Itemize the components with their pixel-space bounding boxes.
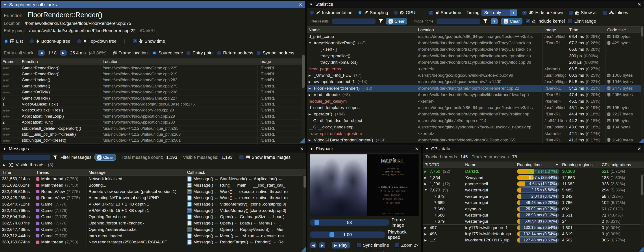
scrollbar-thumb[interactable] — [641, 175, 643, 195]
prev-stack-button[interactable]: ◀ — [38, 50, 45, 56]
col-cpu-migrations[interactable]: CPU migrations — [600, 162, 644, 168]
clear-image-filter-button[interactable]: xClear — [501, 18, 522, 24]
scrollbar-track[interactable] — [303, 175, 306, 252]
message-row[interactable]: 389,169,674ns Main thread(7,750) New ren… — [0, 239, 306, 246]
statistics-row[interactable]: ▼tracy::NormalizePath()(+2) /home/wolf/d… — [307, 40, 644, 46]
include-kernel-toggle[interactable]: ✓ Include kernel — [526, 19, 565, 24]
thread-cell[interactable]: Main thread(7,750) — [34, 176, 87, 182]
cpu-row[interactable]: 7,688 wezterm-gui 28.93 ms (0.12%) 1,531… — [423, 212, 644, 218]
name-cell[interactable]: tracy::rpmalloc() — [307, 53, 416, 59]
thread-cell[interactable]: Game(7,776) — [34, 201, 87, 208]
frame-loc-source[interactable]: Source code — [152, 50, 183, 56]
cpu-data-titlebar[interactable]: ▼ CPU data ✕ — [423, 145, 644, 152]
mode-sampling[interactable]: Sampling — [358, 10, 388, 15]
col-time[interactable]: Time — [0, 170, 34, 176]
scrollbar-thumb[interactable] — [641, 27, 643, 36]
call-stack-row[interactable]: inline Game::Update() /home/wolf/darkrl/… — [1, 77, 305, 83]
name-cell[interactable]: _raw_spin_unlock_irqrestore — [307, 130, 416, 137]
name-cell[interactable]: ▶uw_update_context_1(+14) — [307, 79, 416, 85]
function-cell[interactable]: Game::OnTick() — [20, 96, 101, 101]
resize-grip[interactable] — [639, 247, 644, 252]
statistics-row[interactable]: tracy::InitRpmalloc() /home/wolf/darkrl/… — [307, 59, 644, 66]
name-cell[interactable]: [ - self - ] — [307, 46, 416, 53]
thread-cell[interactable]: RemoteView(7,775) — [34, 195, 87, 201]
playback-titlebar[interactable]: ▼ Playback ✕ — [307, 145, 421, 152]
col-thread[interactable]: Thread — [34, 170, 87, 176]
pid-cell[interactable]: ▶496 — [423, 231, 464, 237]
name-cell[interactable]: d_count_templates_scopes — [307, 104, 416, 111]
call-stack-cell[interactable]: Message()←Open()←ReplayVersion()←Mer — [185, 226, 306, 233]
call-stack-icon[interactable] — [187, 176, 192, 182]
call-stack-icon[interactable] — [187, 240, 192, 245]
statistics-row[interactable]: ▶read_attribute(+8) /home/wolf/darkrl/co… — [307, 92, 644, 98]
sync-timeline-toggle[interactable]: Sync timeline — [356, 243, 389, 248]
col-location[interactable]: Location — [416, 27, 543, 33]
collapse-icon[interactable]: ▼ — [425, 147, 428, 151]
statistics-row[interactable]: tracy::rpmalloc() /home/wolf/darkrl/cont… — [307, 53, 644, 59]
pid-cell[interactable]: ▼7,673(5) — [423, 187, 464, 193]
limit-range-toggle[interactable]: Limit range — [568, 19, 596, 24]
call-stack-icon[interactable] — [187, 195, 192, 201]
show-all-toggle[interactable]: Show all — [568, 10, 598, 15]
function-cell[interactable]: Video::GetTicksHiRes() — [20, 108, 101, 113]
name-cell[interactable]: ▼tracy::NormalizePath()(+2) — [307, 40, 416, 46]
pid-cell[interactable]: 7,689 — [423, 200, 464, 206]
call-stack-row[interactable]: inline std::default_delete<>::operator()… — [1, 125, 305, 131]
thread-cell[interactable]: Game(7,776) — [34, 226, 87, 233]
statistics-row[interactable]: _raw_spin_unlock_irqrestore <kernel> <ke… — [307, 130, 644, 137]
frame-image-slider[interactable]: 53 — [310, 219, 389, 226]
call-stack-row[interactable]: inline Game::RenderFloor() /home/wolf/da… — [1, 71, 305, 77]
name-cell[interactable]: tracy::InitRpmalloc() — [307, 59, 416, 66]
messages-titlebar[interactable]: ▼ Messages ✕ — [0, 145, 306, 152]
call-stack-cell[interactable]: Message()←VideoMemory() [clone .constpro… — [185, 207, 306, 214]
name-cell[interactable]: ▶operator()(+44) — [307, 111, 416, 118]
col-name[interactable]: Name — [307, 27, 416, 33]
cpu-row[interactable]: 7,689 wezterm-gui 49.46 ms (0.20%) 1,786… — [423, 200, 644, 206]
call-stack-cell[interactable]: Message()←VideoMemory() [clone .constpro… — [185, 201, 306, 208]
function-cell[interactable]: Game::RenderFloor() — [20, 71, 101, 77]
function-cell[interactable]: Game::OnTick() — [20, 90, 101, 95]
statistics-row[interactable]: module_get_kallsym <kernel> <kernel> 45.… — [307, 98, 644, 104]
cpu-row[interactable]: ▶497 irq/176-iwlwifi:queue_1 132.15 ms (… — [423, 225, 644, 231]
function-cell[interactable]: Application::InnerLoop() — [20, 114, 101, 119]
name-cell[interactable]: clear_page_erms — [307, 66, 416, 72]
cpu-row[interactable]: ▼7,673(5) wezterm-gui 2.15 s (8.86%) 5,4… — [423, 187, 644, 193]
call-stack-cell[interactable]: Message()←Work()←execute_native_thread_r… — [185, 195, 306, 201]
call-stack-cell[interactable]: Message()←Open()←GetImageSize←Load( — [185, 214, 306, 220]
close-icon[interactable]: ✕ — [300, 146, 304, 151]
call-stack-row[interactable]: inline std::__uniq_ptr_impl<>::reset() /… — [1, 131, 305, 137]
funnel-icon[interactable] — [379, 20, 383, 23]
radio-top-down[interactable] — [77, 39, 82, 44]
name-cell[interactable]: ▶_Unwind_Find_FDE(+7) — [307, 72, 416, 78]
close-icon[interactable]: ✕ — [415, 146, 419, 151]
name-cell[interactable]: __GI_dl_find_dso_for_object — [307, 118, 416, 124]
call-stack-icon[interactable] — [187, 220, 192, 226]
call-stack-row[interactable]: 2 Application::Run() /home/wolf/darkrl/s… — [1, 120, 305, 125]
function-cell[interactable]: std::__uniq_ptr_impl<>::reset() — [20, 132, 101, 137]
cpu-row[interactable]: 7,679 wezterm-gui 500.94 µs (0.00%) 24 2… — [423, 218, 644, 224]
sample-panel-titlebar[interactable]: ▼ Sample entry call stacks ✕ — [1, 1, 305, 8]
pid-cell[interactable]: 7,680 — [423, 206, 464, 212]
col-call-stack[interactable]: Call stack — [185, 170, 306, 176]
location-value[interactable]: /home/wolf/darkrl/src/game/floor/FloorRe… — [25, 21, 131, 26]
call-stack-icon[interactable] — [187, 214, 192, 220]
statistics-row[interactable]: ▶uw_update_context_1(+14) /usr/src/debug… — [307, 79, 644, 85]
show-frame-images-checkbox[interactable] — [239, 155, 244, 160]
next-stack-button[interactable]: ▶ — [60, 50, 67, 56]
zoom-toggle[interactable]: Zoom 2× — [395, 243, 419, 248]
call-stack-cell[interactable]: Message()←Open()←Load()←Menu()←_ — [185, 220, 306, 226]
message-row[interactable]: 382,481,766ns Game(7,776) VRAM 43x45: 15… — [0, 207, 306, 214]
statistics-row[interactable]: clear_page_erms <kernel> <kernel> 66.5 m… — [307, 66, 644, 72]
cpu-row[interactable]: ▶7,750(22) DarkRL 10.04 s (41.37%) 30,38… — [423, 168, 644, 174]
show-time-checkbox[interactable]: ✓ — [132, 39, 137, 44]
show-time-toggle[interactable]: ✓ Show time — [132, 39, 165, 44]
name-cell[interactable]: __GI__clock_nanosleep — [307, 124, 416, 130]
radio-gpu[interactable] — [393, 10, 398, 15]
message-row[interactable]: 381,559,214ns Main thread(7,750) Network… — [0, 176, 306, 182]
radio-return-address[interactable] — [217, 51, 221, 55]
chevron-down-icon[interactable]: ▼ — [510, 10, 517, 16]
pid-cell[interactable]: 7,673 — [423, 194, 464, 200]
radio-symbol-address[interactable] — [256, 51, 261, 55]
clear-messages-button[interactable]: xClear — [94, 154, 116, 160]
col-running-time[interactable]: Running time▼ — [515, 162, 560, 168]
